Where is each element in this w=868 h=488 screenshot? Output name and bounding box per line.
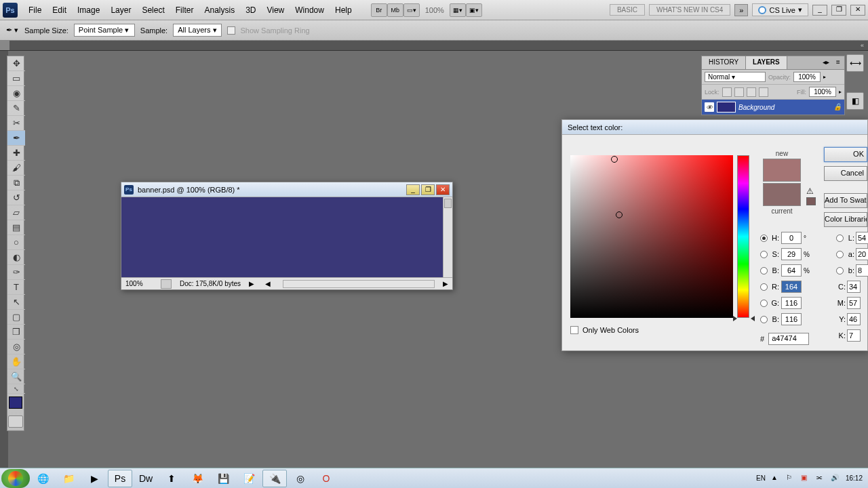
field-c[interactable]: 34: [847, 281, 861, 293]
doc-minimize-button[interactable]: _: [406, 184, 420, 195]
radio-h[interactable]: [760, 235, 768, 242]
lock-all-icon[interactable]: [759, 87, 768, 97]
color-toggle-icon[interactable]: ⤡: [7, 384, 25, 394]
taskbar-media[interactable]: ▶: [82, 470, 106, 487]
layer-thumbnail[interactable]: [717, 102, 736, 113]
blur-tool[interactable]: ○: [7, 235, 25, 250]
web-colors-checkbox[interactable]: [570, 326, 578, 334]
document-titlebar[interactable]: Ps banner.psd @ 100% (RGB/8) * _ ❐ ✕: [121, 182, 452, 197]
brush-tool[interactable]: 🖌: [7, 161, 25, 176]
taskbar-explorer[interactable]: 📁: [56, 470, 81, 487]
menu-edit[interactable]: Edit: [47, 3, 72, 18]
field-l[interactable]: 54: [856, 232, 868, 244]
radio-l[interactable]: [836, 235, 844, 242]
stamp-tool[interactable]: ⧉: [7, 176, 25, 190]
dodge-tool[interactable]: ◐: [7, 250, 25, 265]
workspace-more-icon[interactable]: »: [734, 4, 748, 16]
foreground-color-swatch[interactable]: [9, 396, 22, 409]
eyedropper-icon[interactable]: ✒ ▾: [5, 24, 19, 37]
field-a[interactable]: 20: [856, 248, 868, 260]
radio-a[interactable]: [836, 251, 844, 258]
screen-mode-dropdown[interactable]: ▣▾: [466, 3, 482, 17]
hue-handle[interactable]: [734, 316, 753, 321]
taskbar-photoshop[interactable]: Ps: [108, 470, 132, 487]
menu-help[interactable]: Help: [330, 3, 357, 18]
ruler-menu-icon[interactable]: «: [861, 42, 864, 49]
gamut-warning-icon[interactable]: ⚠: [806, 186, 817, 196]
taskbar-app2[interactable]: 💾: [211, 470, 235, 487]
pen-tool[interactable]: ✑: [7, 265, 25, 280]
move-tool[interactable]: ✥: [7, 56, 25, 71]
dock-panel-icon[interactable]: ◧: [846, 92, 864, 110]
fill-slider-icon[interactable]: ▸: [839, 89, 842, 95]
lock-image-icon[interactable]: [734, 87, 744, 97]
radio-lab-b[interactable]: [836, 267, 844, 274]
cancel-button[interactable]: Cancel: [824, 166, 867, 181]
workspace-whatsnew[interactable]: WHAT'S NEW IN CS4: [649, 4, 730, 16]
app-close-button[interactable]: ✕: [850, 5, 865, 16]
field-g[interactable]: 116: [781, 297, 802, 309]
field-h[interactable]: 0: [781, 232, 802, 244]
field-bv[interactable]: 64: [781, 264, 802, 277]
current-color-swatch[interactable]: [763, 183, 801, 206]
app-restore-button[interactable]: ❐: [831, 5, 846, 16]
taskbar-app1[interactable]: ⬆: [159, 470, 184, 487]
view-extras-dropdown[interactable]: ▭▾: [403, 3, 420, 17]
eraser-tool[interactable]: ▱: [7, 205, 25, 220]
type-tool[interactable]: T: [7, 280, 25, 295]
picker-titlebar[interactable]: Select text color:: [562, 120, 867, 135]
fill-field[interactable]: 100%: [809, 87, 836, 97]
quick-mask-button[interactable]: [8, 415, 23, 428]
3d-camera-tool[interactable]: ◎: [7, 340, 25, 354]
panel-collapse-icon[interactable]: ◂▸: [820, 56, 832, 69]
doc-zoom-field[interactable]: 100%: [125, 280, 153, 287]
3d-tool[interactable]: ❒: [7, 325, 25, 340]
field-b[interactable]: 116: [781, 313, 802, 325]
field-y[interactable]: 46: [847, 313, 861, 325]
dock-toggle-icon[interactable]: ⟷: [846, 54, 864, 72]
lasso-tool[interactable]: ◉: [7, 86, 25, 101]
gradient-tool[interactable]: ▤: [7, 220, 25, 235]
menu-select[interactable]: Select: [136, 3, 170, 18]
menu-filter[interactable]: Filter: [170, 3, 199, 18]
sample-size-dropdown[interactable]: Point Sample ▾: [74, 24, 135, 37]
color-libraries-button[interactable]: Color Libraries: [824, 212, 867, 227]
document-canvas[interactable]: [121, 197, 443, 277]
doc-status-icon[interactable]: [161, 279, 172, 289]
lock-position-icon[interactable]: [747, 87, 756, 97]
lock-transparency-icon[interactable]: [722, 87, 732, 97]
menu-3d[interactable]: 3D: [240, 3, 261, 18]
field-lab-b[interactable]: 8: [856, 264, 868, 277]
tray-network-icon[interactable]: ⫘: [816, 474, 825, 483]
language-indicator[interactable]: EN: [756, 474, 766, 482]
radio-r[interactable]: [760, 283, 768, 291]
panel-menu-icon[interactable]: ≡: [832, 56, 844, 69]
history-brush-tool[interactable]: ↺: [7, 190, 25, 205]
menu-file[interactable]: File: [23, 3, 47, 18]
doc-maximize-button[interactable]: ❐: [421, 184, 435, 195]
crop-tool[interactable]: ✂: [7, 116, 25, 131]
layer-background[interactable]: 👁 Background 🔒: [702, 100, 844, 115]
tab-layers[interactable]: LAYERS: [746, 56, 787, 69]
eyedropper-tool[interactable]: ✒: [7, 131, 25, 146]
taskbar-opera[interactable]: O: [314, 470, 338, 487]
show-sampling-ring-checkbox[interactable]: [227, 26, 235, 35]
sample-dropdown[interactable]: All Layers ▾: [173, 24, 221, 37]
layer-visibility-icon[interactable]: 👁: [705, 102, 714, 112]
menu-window[interactable]: Window: [290, 3, 330, 18]
taskbar-dreamweaver[interactable]: Dw: [134, 470, 158, 487]
radio-b[interactable]: [760, 267, 768, 274]
healing-tool[interactable]: ✚: [7, 146, 25, 161]
ok-button[interactable]: OK: [824, 147, 867, 162]
field-k[interactable]: 7: [847, 329, 861, 342]
doc-scroll-left-icon[interactable]: ◀: [265, 280, 271, 287]
launch-bridge-icon[interactable]: Br: [371, 3, 387, 17]
app-minimize-button[interactable]: _: [812, 5, 827, 16]
blend-mode-dropdown[interactable]: Normal ▾: [705, 72, 766, 82]
workspace-basic[interactable]: BASIC: [610, 4, 645, 16]
field-m[interactable]: 57: [847, 297, 861, 309]
taskbar-chrome[interactable]: ◎: [288, 470, 313, 487]
saturation-value-field[interactable]: [570, 155, 733, 318]
arrange-documents-dropdown[interactable]: ▦▾: [450, 3, 466, 17]
radio-g[interactable]: [760, 300, 768, 307]
